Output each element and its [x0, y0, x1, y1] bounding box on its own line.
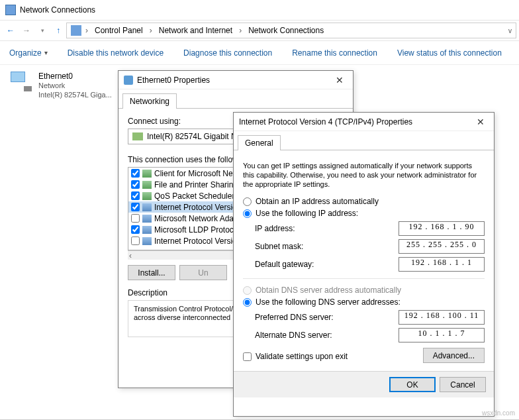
protocol-icon — [142, 237, 152, 245]
service-icon — [142, 181, 152, 189]
radio-use-static-dns[interactable]: Use the following DNS server addresses: — [243, 297, 485, 307]
radio-input[interactable] — [243, 298, 252, 307]
address-bar: ← → ▾ ↑ › Control Panel › Network and In… — [0, 20, 519, 41]
subnet-mask-input[interactable]: 255 . 255 . 255 . 0 — [399, 239, 485, 254]
chevron-right-icon[interactable]: › — [239, 26, 242, 35]
uninstall-button[interactable]: Un — [179, 265, 227, 280]
connection-device: Intel(R) 82574L Giga... — [38, 90, 112, 99]
item-checkbox[interactable] — [131, 236, 140, 245]
item-checkbox[interactable] — [131, 169, 140, 178]
command-bar: Organize ▾ Disable this network device D… — [0, 41, 519, 65]
radio-obtain-dns-auto: Obtain DNS server address automatically — [243, 286, 485, 295]
chevron-down-icon: ▾ — [44, 49, 48, 56]
ethernet-properties-tabs: Networking — [118, 89, 353, 109]
network-connections-window: Network Connections ← → ▾ ↑ › Control Pa… — [0, 0, 519, 420]
adapter-name: Intel(R) 82574L Gigabit Ne — [147, 132, 241, 141]
diagnose-connection-link[interactable]: Diagnose this connection — [183, 48, 272, 58]
radio-obtain-ip-auto[interactable]: Obtain an IP address automatically — [243, 197, 485, 206]
ipv4-properties-titlebar[interactable]: Internet Protocol Version 4 (TCP/IPv4) P… — [234, 113, 494, 131]
breadcrumb-network-and-internet[interactable]: Network and Internet — [156, 25, 235, 36]
connection-status: Network — [38, 81, 112, 90]
alternate-dns-input[interactable]: 10 . 1 . 1 . 7 — [399, 328, 485, 342]
breadcrumb-network-connections[interactable]: Network Connections — [246, 25, 326, 36]
nic-icon — [132, 132, 143, 140]
connection-name: Ethernet0 — [38, 72, 112, 81]
ipv4-tabs: General — [234, 131, 494, 150]
recent-locations-dropdown[interactable]: ▾ — [34, 23, 50, 38]
advanced-button[interactable]: Advanced... — [423, 348, 485, 363]
watermark: wsxdn.com — [482, 409, 515, 417]
tab-networking[interactable]: Networking — [122, 93, 177, 109]
protocol-icon — [142, 215, 152, 223]
protocol-icon — [142, 226, 152, 234]
location-icon — [71, 25, 81, 36]
item-checkbox[interactable] — [131, 191, 140, 200]
install-button[interactable]: Install... — [128, 265, 175, 280]
ipv4-footer: OK Cancel — [234, 371, 494, 397]
ipv4-intro-text: You can get IP settings assigned automat… — [243, 161, 485, 189]
item-checkbox[interactable] — [131, 203, 140, 211]
cancel-button[interactable]: Cancel — [440, 377, 486, 392]
organize-label: Organize — [9, 48, 42, 58]
rename-connection-link[interactable]: Rename this connection — [292, 48, 377, 58]
ipv4-properties-dialog: Internet Protocol Version 4 (TCP/IPv4) P… — [233, 112, 495, 417]
ipv4-properties-title: Internet Protocol Version 4 (TCP/IPv4) P… — [239, 117, 412, 127]
service-icon — [142, 170, 152, 178]
subnet-mask-label: Subnet mask: — [255, 242, 303, 251]
ok-button[interactable]: OK — [389, 377, 436, 392]
address-dropdown-icon[interactable]: v — [508, 27, 512, 34]
preferred-dns-label: Preferred DNS server: — [255, 313, 334, 322]
ip-address-input[interactable]: 192 . 168 . 1 . 90 — [399, 221, 485, 236]
close-button[interactable]: ✕ — [332, 74, 348, 87]
connection-text: Ethernet0 Network Intel(R) 82574L Giga..… — [38, 72, 112, 99]
radio-input[interactable] — [243, 197, 252, 206]
default-gateway-input[interactable]: 192 . 168 . 1 . 1 — [399, 257, 485, 272]
scroll-left-icon[interactable]: ‹ — [129, 251, 132, 260]
alternate-dns-label: Alternate DNS server: — [255, 331, 332, 340]
ethernet-properties-titlebar[interactable]: Ethernet0 Properties ✕ — [118, 71, 353, 89]
item-checkbox[interactable] — [131, 214, 140, 223]
radio-input — [243, 286, 252, 295]
window-title: Network Connections — [20, 5, 95, 15]
organize-menu[interactable]: Organize ▾ — [9, 48, 48, 58]
preferred-dns-input[interactable]: 192 . 168 . 100 . 11 — [399, 310, 485, 325]
network-connections-icon — [5, 5, 16, 15]
ethernet-properties-title: Ethernet0 Properties — [137, 76, 210, 85]
connection-item-ethernet0[interactable]: Ethernet0 Network Intel(R) 82574L Giga..… — [8, 72, 120, 99]
view-status-link[interactable]: View status of this connection — [397, 48, 502, 58]
chevron-right-icon[interactable]: › — [85, 26, 88, 35]
protocol-icon — [142, 203, 152, 211]
breadcrumb-control-panel[interactable]: Control Panel — [92, 25, 146, 36]
ipv4-body: You can get IP settings assigned automat… — [234, 150, 494, 371]
service-icon — [142, 192, 152, 200]
disable-device-link[interactable]: Disable this network device — [68, 48, 164, 58]
back-button[interactable]: ← — [3, 23, 19, 38]
default-gateway-label: Default gateway: — [255, 260, 314, 269]
ip-address-label: IP address: — [255, 224, 295, 233]
titlebar: Network Connections — [0, 0, 519, 20]
item-checkbox[interactable] — [131, 225, 140, 234]
chevron-right-icon[interactable]: › — [150, 26, 152, 35]
checkbox-input[interactable] — [243, 352, 252, 361]
radio-use-static-ip[interactable]: Use the following IP address: — [243, 209, 485, 218]
item-checkbox[interactable] — [131, 180, 140, 189]
ethernet-adapter-icon — [8, 72, 34, 93]
tab-general[interactable]: General — [238, 135, 281, 150]
forward-button[interactable]: → — [19, 23, 34, 38]
breadcrumb[interactable]: › Control Panel › Network and Internet ›… — [66, 23, 516, 38]
adapter-icon — [124, 76, 133, 85]
up-button[interactable]: ↑ — [50, 23, 66, 38]
radio-input[interactable] — [243, 209, 252, 218]
close-button[interactable]: ✕ — [473, 115, 489, 129]
